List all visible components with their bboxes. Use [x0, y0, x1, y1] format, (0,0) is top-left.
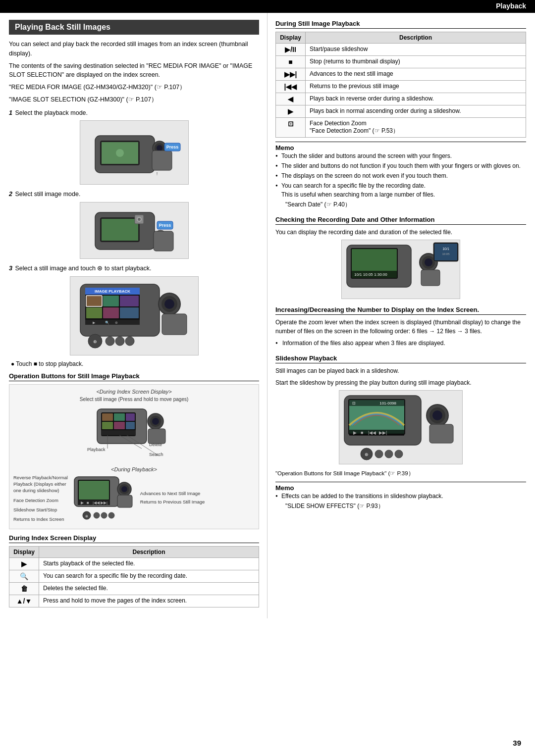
icon-cell: 🗑	[9, 582, 39, 595]
still-image-table: Display Description ▶/II Start/pause sli…	[275, 32, 526, 138]
svg-point-109	[432, 410, 442, 420]
svg-rect-22	[154, 231, 173, 251]
memo-title-2: Memo	[275, 484, 526, 492]
memo-box-2: Memo Effects can be added to the transit…	[275, 482, 526, 510]
svg-text:10:05: 10:05	[442, 252, 450, 255]
desc-cell: Deletes the selected file.	[39, 582, 259, 595]
table-row: ▶ Starts playback of the selected file.	[9, 557, 259, 570]
camera-image-2: Press	[80, 202, 189, 259]
content-area: Playing Back Still Images You can select…	[0, 13, 535, 618]
camera-image-recording: 10/1 10:05 1:30:00 10/1 10:05	[341, 240, 460, 299]
page-container: Playback Playing Back Still Images You c…	[0, 0, 535, 756]
right-column: During Still Image Playback Display Desc…	[268, 13, 535, 618]
icon-cell: 🔍	[9, 570, 39, 582]
svg-rect-110	[429, 424, 453, 443]
slideshow-text-1: Still images can be played back in a sli…	[275, 366, 526, 375]
section-title: Playing Back Still Images	[9, 20, 259, 35]
table-row: |◀◀ Returns to the previous still image	[276, 81, 526, 93]
diagram-label-index: Returns to Index Screen	[13, 516, 68, 522]
memo-item-5: Effects can be added to the transitions …	[275, 492, 526, 501]
svg-rect-68	[79, 481, 109, 500]
svg-rect-55	[101, 430, 136, 435]
svg-text:Playback: Playback	[87, 447, 106, 452]
diagram-index-sub: Select still image (Press and hold to mo…	[13, 397, 255, 402]
diagram-playback-caption: <During Playback>	[13, 466, 255, 472]
svg-rect-53	[114, 422, 125, 429]
svg-point-3	[116, 149, 124, 157]
memo-sub-1: "Search Date" (☞ P.40）	[275, 200, 526, 209]
icon-cell: ◀	[276, 93, 306, 105]
svg-point-16	[138, 218, 141, 221]
svg-text:Press: Press	[159, 223, 171, 228]
svg-point-114	[385, 450, 393, 458]
svg-text:101-0098: 101-0098	[379, 401, 396, 405]
table-row: ▶▶| Advances to the next still image	[276, 68, 526, 81]
svg-point-81	[101, 512, 107, 518]
svg-point-80	[94, 512, 100, 518]
col-display-r: Display	[276, 32, 306, 44]
svg-point-82	[108, 512, 114, 518]
svg-rect-93	[434, 244, 457, 260]
desc-cell: Plays back in reverse order during a sli…	[306, 93, 526, 105]
svg-rect-28	[103, 296, 119, 306]
step3: 3 Select a still image and touch ⊛ to st…	[9, 264, 259, 273]
slideshow-text-2: Start the slideshow by pressing the play…	[275, 378, 526, 387]
svg-text:⊡: ⊡	[352, 401, 356, 405]
intro-text-3: "REC MEDIA FOR IMAGE (GZ-HM340/GZ-HM320)…	[9, 83, 259, 92]
svg-rect-7	[152, 151, 172, 170]
svg-point-64	[152, 418, 159, 425]
memo-item-1: Touch the slider and buttons around the …	[275, 151, 526, 160]
op-buttons-heading: Operation Buttons for Still Image Playba…	[9, 372, 259, 381]
step2: 2 Select still image mode.	[9, 190, 259, 199]
svg-rect-13	[102, 219, 138, 241]
svg-rect-32	[120, 307, 139, 318]
desc-cell: Press and hold to move the pages of the …	[39, 595, 259, 607]
svg-text:■: ■	[87, 501, 89, 505]
svg-text:|◀◀: |◀◀	[93, 501, 100, 505]
diagram-playback-camera: ▶ ■ |◀◀ ▶▶| ⊛	[72, 474, 136, 525]
table-row: ⊡ Face Detection Zoom"Face Detection Zoo…	[276, 118, 526, 138]
icon-cell: ▲/▼	[9, 595, 39, 607]
diagram-label-prev: Returns to Previous Still Image	[140, 499, 205, 505]
col-desc-r: Description	[306, 32, 526, 44]
svg-text:▶▶|: ▶▶|	[379, 430, 387, 435]
table-row: ◀ Plays back in reverse order during a s…	[276, 93, 526, 105]
svg-text:⊛: ⊛	[93, 339, 97, 344]
diagram-playback-labels-right: Advances to Next Still Image Returns to …	[140, 474, 205, 505]
diagram-area: <During Index Screen Display> Select sti…	[9, 384, 259, 529]
desc-cell: Stop (returns to thumbnail display)	[306, 56, 526, 68]
intro-text-2: The contents of the saving destination s…	[9, 61, 259, 80]
svg-rect-41	[162, 314, 187, 335]
diagram-index-svg: Playback Delete Search	[13, 404, 255, 463]
page-header: Playback	[0, 0, 535, 13]
svg-rect-51	[126, 413, 135, 421]
svg-text:|◀◀: |◀◀	[368, 430, 376, 435]
svg-text:IMAGE PLAYBACK: IMAGE PLAYBACK	[94, 289, 130, 294]
index-screen-table: Display Description ▶ Starts playback of…	[9, 546, 259, 607]
svg-rect-49	[102, 413, 113, 421]
svg-point-6	[157, 145, 162, 151]
camera-image-1: Press ↑	[80, 120, 189, 185]
diagram-index-caption: <During Index Screen Display>	[13, 389, 255, 395]
icon-cell: ▶	[9, 557, 39, 570]
memo-item-2: The slider and buttons do not function i…	[275, 161, 526, 170]
slideshow-heading: Slideshow Playback	[275, 354, 526, 363]
table-row: 🗑 Deletes the selected file.	[9, 582, 259, 595]
svg-rect-77	[117, 495, 132, 507]
desc-cell: Plays back in normal ascending order dur…	[306, 105, 526, 118]
svg-point-44	[106, 337, 114, 346]
intro-text-1: You can select and play back the recorde…	[9, 40, 259, 58]
desc-cell: Advances to the next still image	[306, 68, 526, 81]
icon-cell: ▶	[276, 105, 306, 118]
svg-text:10/1: 10/1	[442, 247, 449, 251]
intro-text-4: "IMAGE SLOT SELECTION (GZ-HM300)" (☞ P.1…	[9, 95, 259, 104]
svg-point-113	[375, 450, 383, 458]
svg-text:↑: ↑	[156, 171, 158, 176]
svg-point-90	[425, 258, 432, 266]
icon-cell: ▶/II	[276, 44, 306, 56]
memo-sub-2: "SLIDE SHOW EFFECTS" (☞ P.93）	[275, 502, 526, 510]
diagram-playback-labels-left: Reverse Playback/NormalPlayback (Display…	[13, 474, 68, 523]
icon-cell: ■	[276, 56, 306, 68]
svg-point-45	[115, 337, 124, 346]
svg-point-76	[121, 486, 127, 492]
